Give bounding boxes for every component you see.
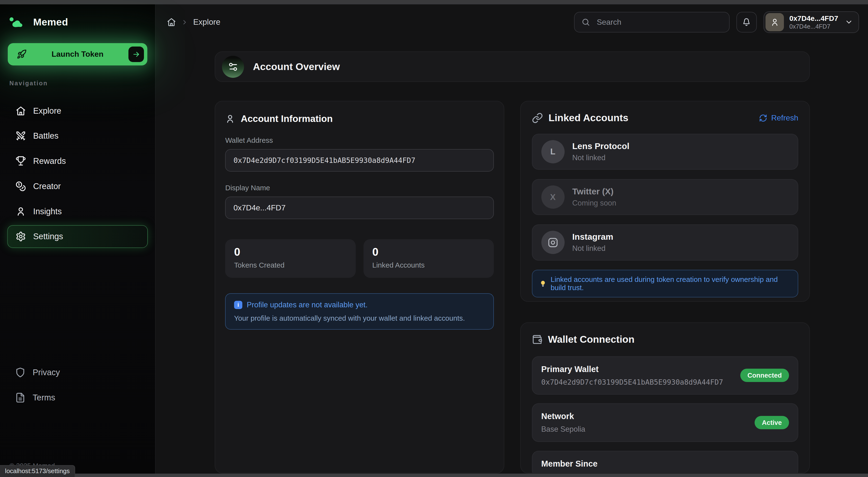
avatar	[766, 13, 784, 31]
sidebar-item-label: Settings	[33, 232, 63, 241]
app-window: Memed Launch Token Navigation	[0, 0, 868, 477]
sidebar-item-label: Explore	[33, 106, 61, 116]
row-title: Network	[541, 412, 585, 421]
sidebar-nav: Explore Battles Rewards	[0, 99, 155, 250]
status-url-tooltip: localhost:5173/settings	[0, 465, 75, 477]
coins-icon	[16, 181, 26, 191]
user-icon	[225, 114, 235, 124]
launch-token-label: Launch Token	[31, 50, 124, 59]
brand-name: Memed	[33, 17, 68, 28]
linked-accounts-card: Linked Accounts Refresh L	[520, 101, 810, 302]
swords-icon	[16, 131, 26, 141]
shield-icon	[15, 367, 26, 378]
refresh-label: Refresh	[771, 113, 798, 122]
user-avatar-icon	[770, 18, 779, 27]
row-title: Primary Wallet	[541, 364, 723, 374]
chevron-down-icon	[845, 18, 853, 26]
sidebar-item-creator[interactable]: Creator	[7, 175, 148, 198]
row-title: Member Since	[541, 459, 597, 469]
account-name: Instagram	[572, 232, 613, 242]
stat-value: 0	[372, 246, 485, 258]
tip-text: Linked accounts are used during token cr…	[551, 275, 791, 292]
wallet-address-sub: 0x7D4e...4FD7	[789, 23, 838, 30]
wallet-icon	[532, 334, 542, 345]
instagram-avatar	[541, 231, 565, 254]
sidebar-item-battles[interactable]: Battles	[7, 125, 148, 147]
status-badge-connected: Connected	[740, 369, 789, 382]
lens-avatar: L	[541, 140, 565, 163]
account-status: Coming soon	[572, 199, 616, 207]
search-icon	[581, 18, 590, 27]
linked-accounts-tip: Linked accounts are used during token cr…	[532, 270, 798, 297]
sidebar-item-insights[interactable]: Insights	[7, 200, 148, 223]
linked-account-instagram[interactable]: Instagram Not linked	[532, 225, 798, 260]
member-since-row: Member Since	[532, 451, 798, 473]
search-input[interactable]	[596, 17, 723, 27]
note-title-text: Profile updates are not available yet.	[247, 301, 368, 309]
network-name: Base Sepolia	[541, 425, 585, 434]
topbar: Explore	[156, 4, 868, 40]
arrow-right-icon	[132, 50, 140, 58]
sidebar-item-label: Insights	[33, 207, 62, 216]
wallet-account-menu[interactable]: 0x7D4e...4FD7 0x7D4e...4FD7	[764, 11, 859, 33]
home-icon	[16, 106, 26, 116]
wallet-connection-card: Wallet Connection Primary Wallet 0x7D4e2…	[520, 322, 810, 474]
info-icon: i	[234, 301, 242, 309]
rocket-icon	[17, 49, 27, 59]
horizontal-scrollbar[interactable]	[0, 474, 868, 477]
network-row: Network Base Sepolia Active	[532, 403, 798, 442]
primary-wallet-row: Primary Wallet 0x7D4e2d9D7cf03199D5E41bA…	[532, 356, 798, 395]
page-content: Account Overview Account Information Wal…	[156, 40, 868, 477]
bell-icon	[742, 18, 751, 27]
section-title: Account Information	[241, 113, 333, 124]
breadcrumb: Explore	[167, 18, 220, 27]
stat-value: 0	[234, 246, 347, 258]
sidebar: Memed Launch Token Navigation	[0, 4, 156, 477]
launch-token-button[interactable]: Launch Token	[8, 43, 147, 65]
note-body-text: Your profile is automatically synced wit…	[234, 314, 485, 322]
primary-wallet-address: 0x7D4e2d9D7cf03199D5E41bAB5E9930a8d9A44F…	[541, 378, 723, 386]
user-icon	[16, 206, 26, 216]
account-information-card: Account Information Wallet Address Displ…	[215, 101, 504, 473]
sidebar-item-privacy[interactable]: Privacy	[7, 361, 148, 384]
section-title: Wallet Connection	[548, 334, 798, 345]
sidebar-item-settings[interactable]: Settings	[7, 225, 148, 248]
link-icon	[532, 113, 543, 124]
breadcrumb-current[interactable]: Explore	[193, 18, 220, 27]
nav-section-label: Navigation	[9, 80, 146, 87]
account-name: Twitter (X)	[572, 187, 616, 197]
stat-tokens-created: 0 Tokens Created	[225, 239, 355, 278]
sidebar-item-terms[interactable]: Terms	[7, 386, 148, 409]
account-name: Lens Protocol	[572, 141, 629, 151]
bulb-icon	[540, 280, 546, 287]
trophy-icon	[16, 156, 26, 166]
notifications-button[interactable]	[737, 12, 757, 32]
account-status: Not linked	[572, 153, 629, 162]
sidebar-item-explore[interactable]: Explore	[7, 99, 148, 122]
linked-account-lens[interactable]: L Lens Protocol Not linked	[532, 134, 798, 170]
page-title: Account Overview	[253, 61, 340, 72]
sidebar-item-label: Privacy	[33, 368, 60, 377]
wallet-address-label: Wallet Address	[225, 136, 494, 145]
profile-note: i Profile updates are not available yet.…	[225, 293, 494, 329]
linked-account-twitter: X Twitter (X) Coming soon	[532, 179, 798, 215]
section-title: Linked Accounts	[549, 112, 754, 124]
display-name-field[interactable]	[225, 197, 494, 219]
wallet-address-field[interactable]	[225, 149, 494, 172]
gear-icon	[16, 231, 26, 242]
stat-label: Tokens Created	[234, 261, 347, 269]
main-area: Explore	[156, 4, 868, 477]
launch-arrow-button[interactable]	[128, 47, 144, 62]
twitter-x-avatar: X	[541, 185, 565, 209]
sidebar-item-rewards[interactable]: Rewards	[7, 150, 148, 173]
refresh-icon	[759, 114, 767, 122]
sliders-icon	[222, 56, 244, 78]
refresh-button[interactable]: Refresh	[759, 113, 798, 122]
sidebar-item-label: Creator	[33, 182, 61, 191]
display-name-label: Display Name	[225, 184, 494, 192]
sidebar-item-label: Terms	[33, 393, 55, 403]
stat-label: Linked Accounts	[372, 261, 485, 269]
home-breadcrumb-icon[interactable]	[167, 18, 176, 27]
search-box[interactable]	[574, 12, 730, 32]
brand-logo-row[interactable]: Memed	[0, 4, 155, 35]
